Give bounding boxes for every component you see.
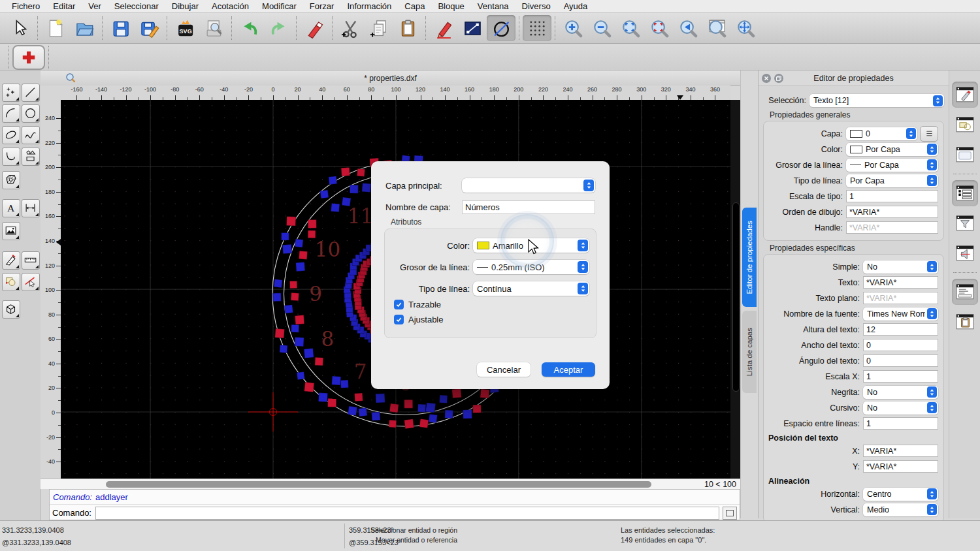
menu-ayuda[interactable]: Ayuda <box>557 1 595 11</box>
linetype-combo[interactable]: Por Capa <box>846 174 938 187</box>
delete-entities-button[interactable] <box>300 15 329 41</box>
menu-seleccionar[interactable]: Seleccionar <box>108 1 165 11</box>
dimension-tool-button[interactable] <box>22 199 40 217</box>
new-file-button[interactable] <box>41 15 70 41</box>
bold-combo[interactable]: No <box>863 386 938 399</box>
menu-capa[interactable]: Capa <box>398 1 431 11</box>
simple-combo[interactable]: No <box>863 260 938 274</box>
box3d-tool-button[interactable] <box>2 300 20 319</box>
arc-tool-button[interactable] <box>2 104 20 123</box>
shapes-panel-toggle-button[interactable] <box>952 112 978 138</box>
ellipse-tool-button[interactable] <box>2 126 20 144</box>
zoom-in-button[interactable] <box>559 15 587 41</box>
menu-forzar[interactable]: Forzar <box>303 1 341 11</box>
tab-layer-list[interactable]: Lista de capas <box>742 311 757 393</box>
open-folder-button[interactable] <box>70 15 99 41</box>
line-attributes-button[interactable] <box>458 15 487 41</box>
draw-order-field[interactable]: *VARIA* <box>846 206 938 218</box>
italic-combo[interactable]: No <box>863 401 938 415</box>
pos-y-field[interactable]: *VARIA* <box>863 460 938 473</box>
menu-ventana[interactable]: Ventana <box>471 1 515 11</box>
vertical-align-combo[interactable]: Medio <box>863 503 938 516</box>
big-plus-button[interactable] <box>12 45 45 70</box>
trazable-checkbox[interactable] <box>394 300 404 309</box>
layer-list-button[interactable] <box>920 126 938 142</box>
menu-editar[interactable]: Editar <box>46 1 82 11</box>
undo-button[interactable] <box>235 15 264 41</box>
menu-diverso[interactable]: Diverso <box>515 1 557 11</box>
zoom-prev-button[interactable] <box>674 15 702 41</box>
text-width-field[interactable]: 0 <box>863 339 938 351</box>
color-combo[interactable]: Por Capa <box>846 143 938 156</box>
zoom-select-button[interactable] <box>645 15 674 41</box>
drafting-tool-button[interactable] <box>2 251 20 270</box>
command-options-button[interactable] <box>723 507 737 520</box>
horizontal-scrollbar[interactable]: 10 < 100 <box>41 479 740 489</box>
copy-button[interactable] <box>365 15 393 41</box>
menu-ver[interactable]: Ver <box>82 1 108 11</box>
zoom-pan-button[interactable] <box>731 15 760 41</box>
filter-panel-toggle-button[interactable] <box>952 210 978 236</box>
blank-panel-toggle-button[interactable] <box>952 142 978 168</box>
menu-dibujar[interactable]: Dibujar <box>165 1 205 11</box>
line-spacing-field[interactable]: 1 <box>863 417 938 430</box>
float-panel-button[interactable] <box>774 74 783 83</box>
zoom-window-button[interactable] <box>702 15 731 41</box>
redo-button[interactable] <box>264 15 293 41</box>
select-tool-button[interactable] <box>22 273 40 291</box>
horizontal-scrollbar-thumb[interactable] <box>106 481 651 488</box>
menu-acotación[interactable]: Acotación <box>205 1 255 11</box>
accept-button[interactable]: Aceptar <box>542 362 595 377</box>
command-input[interactable] <box>95 507 719 520</box>
modify-tool-button[interactable] <box>2 273 20 291</box>
cancel-button[interactable]: Cancelar <box>477 362 531 377</box>
pos-x-field[interactable]: *VARIA* <box>863 445 938 457</box>
parent-layer-combo[interactable] <box>462 178 595 193</box>
block-panel-toggle-button[interactable] <box>952 240 978 266</box>
cut-button[interactable] <box>336 15 365 41</box>
text-height-field[interactable]: 12 <box>863 323 938 336</box>
tab-property-editor[interactable]: Editor de propiedades <box>742 208 757 307</box>
draw-pencil-button[interactable] <box>429 15 458 41</box>
linetype-combo[interactable]: Contínua <box>473 281 589 296</box>
zoom-auto-button[interactable] <box>616 15 645 41</box>
linetype-scale-field[interactable]: 1 <box>846 190 938 202</box>
menu-fichero[interactable]: Fichero <box>5 1 46 11</box>
lineweight-combo[interactable]: Por Capa <box>846 159 938 172</box>
menu-bloque[interactable]: Bloque <box>431 1 470 11</box>
color-combo[interactable]: Amarillo <box>473 238 589 253</box>
line-tool-button[interactable] <box>22 84 40 102</box>
grid-button[interactable] <box>523 15 551 41</box>
text-angle-field[interactable]: 0 <box>863 354 938 367</box>
circle-slash-button[interactable] <box>487 15 515 41</box>
polyline-tool-button[interactable] <box>2 148 20 166</box>
close-panel-button[interactable] <box>762 74 771 83</box>
list-panel-toggle-button[interactable] <box>952 180 978 206</box>
layer-combo[interactable]: 0 <box>846 127 917 140</box>
shapes-tool-button[interactable] <box>22 148 40 166</box>
handle-field[interactable]: *VARIA* <box>846 221 938 234</box>
save-button[interactable] <box>106 15 135 41</box>
horizontal-align-combo[interactable]: Centro <box>863 488 938 501</box>
circle-tool-button[interactable] <box>22 104 40 123</box>
ajustable-checkbox[interactable] <box>394 315 404 324</box>
spline-tool-button[interactable] <box>22 126 40 144</box>
text-tool-button[interactable]: A <box>2 199 20 217</box>
image-tool-button[interactable] <box>2 222 20 240</box>
command-panel-toggle-button[interactable] <box>952 279 978 305</box>
pointer-button[interactable] <box>5 15 34 41</box>
points-tool-button[interactable] <box>2 84 20 102</box>
svg-export-button[interactable]: SVG <box>171 15 199 41</box>
font-name-combo[interactable]: Times New Roman <box>863 307 938 321</box>
text-field[interactable]: *VARIA* <box>863 276 938 289</box>
vertical-scrollbar-thumb[interactable] <box>732 202 740 392</box>
plain-text-field[interactable]: *VARIA* <box>863 292 938 304</box>
measure-tool-button[interactable] <box>22 251 40 270</box>
menu-información[interactable]: Información <box>340 1 398 11</box>
pen-panel-toggle-button[interactable] <box>952 82 978 108</box>
clipboard-panel-toggle-button[interactable] <box>952 309 978 335</box>
hatch-tool-button[interactable] <box>2 171 20 189</box>
save-as-button[interactable] <box>135 15 163 41</box>
lineweight-combo[interactable]: 0.25mm (ISO) <box>473 260 589 274</box>
paste-button[interactable] <box>393 15 422 41</box>
